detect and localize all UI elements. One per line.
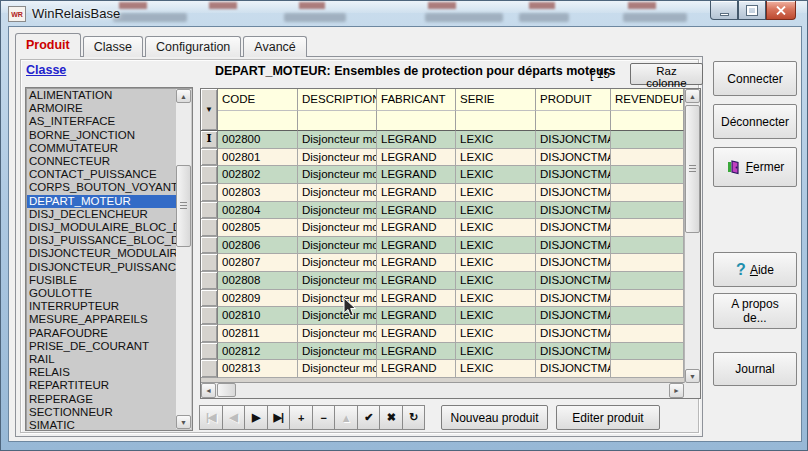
cell-revendeur[interactable] — [611, 131, 684, 149]
cell-serie[interactable]: LEXIC — [456, 166, 536, 184]
cell-serie[interactable]: LEXIC — [456, 184, 536, 202]
nav-post-button[interactable]: ✔ — [357, 405, 381, 430]
cell-revendeur[interactable] — [611, 343, 684, 361]
class-item[interactable]: RAIL — [27, 353, 176, 366]
row-selector[interactable] — [201, 272, 218, 290]
cell-revendeur[interactable] — [611, 272, 684, 290]
nav-delete-button[interactable]: − — [312, 405, 336, 430]
cell-code[interactable]: 002812 — [218, 343, 298, 361]
cell-revendeur[interactable] — [611, 202, 684, 220]
editer-produit-button[interactable]: Editer produit — [556, 405, 660, 430]
cell-serie[interactable]: LEXIC — [456, 237, 536, 255]
cell-revendeur[interactable] — [611, 184, 684, 202]
class-item[interactable]: DEPART_MOTEUR — [27, 195, 176, 208]
scroll-up-icon[interactable]: ▲ — [176, 89, 191, 103]
class-item[interactable]: CONNECTEUR — [27, 155, 176, 168]
connecter-button[interactable]: Connecter — [713, 61, 797, 96]
cell-description[interactable]: Disjoncteur mote — [298, 307, 377, 325]
class-item[interactable]: SIMATIC — [27, 419, 176, 429]
cell-description[interactable]: Disjoncteur mote — [298, 290, 377, 308]
table-row[interactable]: 002807Disjoncteur moteLEGRANDLEXICDISJON… — [201, 254, 684, 272]
cell-serie[interactable]: LEXIC — [456, 343, 536, 361]
cell-code[interactable]: 002802 — [218, 166, 298, 184]
nav-refresh-button[interactable]: ↻ — [402, 405, 426, 430]
filter-funnel-icon[interactable]: ▼ — [201, 89, 218, 131]
grid-vertical-scrollbar[interactable]: ▲ ▼ — [684, 89, 700, 383]
cell-description[interactable]: Disjoncteur mote — [298, 219, 377, 237]
class-item[interactable]: SECTIONNEUR — [27, 406, 176, 419]
close-button[interactable] — [766, 1, 796, 20]
filter-cell[interactable] — [456, 111, 536, 131]
cell-code[interactable]: 002805 — [218, 219, 298, 237]
filter-cell[interactable] — [377, 111, 456, 131]
column-header-code[interactable]: CODE — [218, 89, 298, 111]
cell-revendeur[interactable] — [611, 149, 684, 167]
cell-description[interactable]: Disjoncteur mote — [298, 343, 377, 361]
class-item[interactable]: COMMUTATEUR — [27, 142, 176, 155]
cell-produit[interactable]: DISJONCTMAGN — [536, 166, 611, 184]
cell-fabricant[interactable]: LEGRAND — [377, 202, 456, 220]
cell-code[interactable]: 002809 — [218, 290, 298, 308]
cell-revendeur[interactable] — [611, 166, 684, 184]
class-item[interactable]: AS_INTERFACE — [27, 115, 176, 128]
filter-cell[interactable] — [611, 111, 684, 131]
cell-produit[interactable]: DISJONCTMAGN — [536, 254, 611, 272]
row-selector[interactable] — [201, 307, 218, 325]
filter-cell[interactable] — [298, 111, 377, 131]
row-selector[interactable] — [201, 219, 218, 237]
a-propos-button[interactable]: A propos de... — [713, 293, 797, 329]
table-row[interactable]: 002809Disjoncteur moteLEGRANDLEXICDISJON… — [201, 290, 684, 308]
class-item[interactable]: DISJ_PUISSANCE_BLOC_DIF — [27, 234, 176, 247]
nav-last-button[interactable]: ▶| — [267, 405, 291, 430]
cell-serie[interactable]: LEXIC — [456, 219, 536, 237]
cell-revendeur[interactable] — [611, 360, 684, 378]
scrollbar-thumb[interactable] — [217, 383, 236, 397]
class-item[interactable]: PARAFOUDRE — [27, 327, 176, 340]
tab-classe[interactable]: Classe — [83, 36, 143, 57]
classe-link[interactable]: Classe — [26, 63, 66, 77]
cell-produit[interactable]: DISJONCTMAGN — [536, 343, 611, 361]
table-row[interactable]: 002804Disjoncteur moteLEGRANDLEXICDISJON… — [201, 202, 684, 220]
cell-code[interactable]: 002806 — [218, 237, 298, 255]
table-row[interactable]: I002800Disjoncteur moteLEGRANDLEXICDISJO… — [201, 131, 684, 149]
journal-button[interactable]: Journal — [713, 352, 797, 386]
class-item[interactable]: FUSIBLE — [27, 274, 176, 287]
cell-serie[interactable]: LEXIC — [456, 307, 536, 325]
cell-fabricant[interactable]: LEGRAND — [377, 343, 456, 361]
table-row[interactable]: 002810Disjoncteur moteLEGRANDLEXICDISJON… — [201, 307, 684, 325]
cell-code[interactable]: 002801 — [218, 149, 298, 167]
nav-insert-button[interactable]: + — [289, 405, 313, 430]
row-selector[interactable] — [201, 184, 218, 202]
scrollbar-thumb[interactable] — [176, 165, 191, 247]
cell-revendeur[interactable] — [611, 307, 684, 325]
row-selector[interactable] — [201, 325, 218, 343]
cell-produit[interactable]: DISJONCTMAGN — [536, 290, 611, 308]
row-selector[interactable] — [201, 202, 218, 220]
cell-produit[interactable]: DISJONCTMAGN — [536, 202, 611, 220]
row-selector[interactable] — [201, 254, 218, 272]
cell-fabricant[interactable]: LEGRAND — [377, 149, 456, 167]
scroll-left-icon[interactable]: ◄ — [201, 383, 216, 398]
class-item[interactable]: CONTACT_PUISSANCE — [27, 168, 176, 181]
nav-next-button[interactable]: ▶ — [244, 405, 268, 430]
deconnecter-button[interactable]: Déconnecter — [713, 104, 797, 139]
table-row[interactable]: 002813Disjoncteur moteLEGRANDLEXICDISJON… — [201, 360, 684, 378]
class-list-scrollbar[interactable]: ▲ ▼ — [176, 89, 191, 429]
class-item[interactable]: CORPS_BOUTON_VOYANT — [27, 181, 176, 194]
cell-produit[interactable]: DISJONCTMAGN — [536, 307, 611, 325]
class-listbox[interactable]: ALIMENTATIONARMOIREAS_INTERFACEBORNE_JON… — [25, 87, 193, 431]
cell-fabricant[interactable]: LEGRAND — [377, 184, 456, 202]
cell-code[interactable]: 002803 — [218, 184, 298, 202]
fermer-button[interactable]: Fermer — [713, 147, 797, 187]
scrollbar-thumb[interactable] — [685, 105, 700, 233]
cell-code[interactable]: 002804 — [218, 202, 298, 220]
cell-revendeur[interactable] — [611, 325, 684, 343]
cell-fabricant[interactable]: LEGRAND — [377, 290, 456, 308]
cell-description[interactable]: Disjoncteur mote — [298, 272, 377, 290]
cell-serie[interactable]: LEXIC — [456, 149, 536, 167]
class-item[interactable]: BORNE_JONCTION — [27, 129, 176, 142]
aide-button[interactable]: ? Aide — [713, 252, 797, 287]
row-selector[interactable] — [201, 343, 218, 361]
class-item[interactable]: PRISE_DE_COURANT — [27, 340, 176, 353]
titlebar[interactable]: WR WinRelaisBase — [1, 1, 807, 27]
